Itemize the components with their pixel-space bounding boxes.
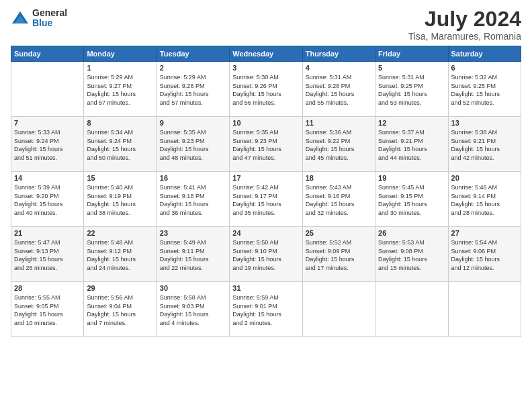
table-row: 23Sunrise: 5:49 AM Sunset: 9:11 PM Dayli… (157, 227, 229, 282)
day-info: Sunrise: 5:34 AM Sunset: 9:24 PM Dayligh… (87, 128, 153, 162)
logo-blue: Blue (32, 17, 52, 28)
day-info: Sunrise: 5:38 AM Sunset: 9:21 PM Dayligh… (451, 128, 518, 162)
table-row: 21Sunrise: 5:47 AM Sunset: 9:13 PM Dayli… (11, 227, 84, 282)
day-number: 22 (87, 229, 153, 237)
day-number: 14 (14, 174, 81, 182)
day-info: Sunrise: 5:37 AM Sunset: 9:21 PM Dayligh… (378, 128, 445, 162)
day-info: Sunrise: 5:35 AM Sunset: 9:23 PM Dayligh… (232, 128, 299, 162)
col-tuesday: Tuesday (157, 46, 229, 62)
day-info: Sunrise: 5:45 AM Sunset: 9:15 PM Dayligh… (378, 183, 445, 217)
table-row: 10Sunrise: 5:35 AM Sunset: 9:23 PM Dayli… (230, 117, 302, 172)
table-row: 17Sunrise: 5:42 AM Sunset: 9:17 PM Dayli… (230, 172, 302, 227)
day-info: Sunrise: 5:39 AM Sunset: 9:20 PM Dayligh… (14, 183, 81, 217)
logo-icon (11, 9, 30, 28)
day-number: 19 (378, 174, 445, 182)
day-info: Sunrise: 5:46 AM Sunset: 9:14 PM Dayligh… (451, 183, 518, 217)
day-number: 28 (14, 284, 81, 292)
day-info: Sunrise: 5:32 AM Sunset: 9:25 PM Dayligh… (451, 73, 518, 107)
col-wednesday: Wednesday (230, 46, 302, 62)
table-row: 29Sunrise: 5:56 AM Sunset: 9:04 PM Dayli… (84, 282, 157, 337)
day-number: 8 (87, 119, 153, 127)
day-number: 12 (378, 119, 445, 127)
day-info: Sunrise: 5:59 AM Sunset: 9:01 PM Dayligh… (232, 293, 299, 327)
day-info: Sunrise: 5:49 AM Sunset: 9:11 PM Dayligh… (160, 238, 226, 272)
logo: General Blue (11, 8, 67, 29)
day-number: 27 (451, 229, 518, 237)
day-number: 2 (160, 64, 226, 72)
table-row: 31Sunrise: 5:59 AM Sunset: 9:01 PM Dayli… (230, 282, 302, 337)
table-row: 6Sunrise: 5:32 AM Sunset: 9:25 PM Daylig… (448, 62, 521, 117)
calendar-week-row: 28Sunrise: 5:55 AM Sunset: 9:05 PM Dayli… (11, 282, 521, 337)
table-row: 11Sunrise: 5:36 AM Sunset: 9:22 PM Dayli… (302, 117, 375, 172)
day-info: Sunrise: 5:58 AM Sunset: 9:03 PM Dayligh… (160, 293, 226, 327)
day-number: 4 (306, 64, 372, 72)
day-info: Sunrise: 5:54 AM Sunset: 9:06 PM Dayligh… (451, 238, 518, 272)
day-info: Sunrise: 5:40 AM Sunset: 9:19 PM Dayligh… (87, 183, 153, 217)
day-info: Sunrise: 5:48 AM Sunset: 9:12 PM Dayligh… (87, 238, 153, 272)
col-thursday: Thursday (302, 46, 375, 62)
day-number: 30 (160, 284, 226, 292)
table-row: 4Sunrise: 5:31 AM Sunset: 9:26 PM Daylig… (302, 62, 375, 117)
day-number: 9 (160, 119, 226, 127)
day-info: Sunrise: 5:53 AM Sunset: 9:08 PM Dayligh… (378, 238, 445, 272)
day-number: 29 (87, 284, 153, 292)
day-number: 26 (378, 229, 445, 237)
day-info: Sunrise: 5:55 AM Sunset: 9:05 PM Dayligh… (14, 293, 81, 327)
day-info: Sunrise: 5:42 AM Sunset: 9:17 PM Dayligh… (232, 183, 299, 217)
calendar-header-row: Sunday Monday Tuesday Wednesday Thursday… (11, 46, 521, 62)
table-row: 15Sunrise: 5:40 AM Sunset: 9:19 PM Dayli… (84, 172, 157, 227)
day-number: 11 (306, 119, 372, 127)
day-info: Sunrise: 5:31 AM Sunset: 9:26 PM Dayligh… (306, 73, 372, 107)
table-row: 2Sunrise: 5:29 AM Sunset: 9:26 PM Daylig… (157, 62, 229, 117)
col-sunday: Sunday (11, 46, 84, 62)
day-number: 10 (232, 119, 299, 127)
day-number: 25 (306, 229, 372, 237)
day-info: Sunrise: 5:30 AM Sunset: 9:26 PM Dayligh… (232, 73, 299, 107)
day-number: 7 (14, 119, 81, 127)
day-info: Sunrise: 5:50 AM Sunset: 9:10 PM Dayligh… (232, 238, 299, 272)
day-number: 15 (87, 174, 153, 182)
table-row: 25Sunrise: 5:52 AM Sunset: 9:09 PM Dayli… (302, 227, 375, 282)
table-row: 28Sunrise: 5:55 AM Sunset: 9:05 PM Dayli… (11, 282, 84, 337)
table-row (375, 282, 448, 337)
page: General Blue July 2024 Tisa, Maramures, … (0, 0, 532, 411)
day-number: 31 (232, 284, 299, 292)
table-row: 14Sunrise: 5:39 AM Sunset: 9:20 PM Dayli… (11, 172, 84, 227)
day-info: Sunrise: 5:41 AM Sunset: 9:18 PM Dayligh… (160, 183, 226, 217)
day-info: Sunrise: 5:56 AM Sunset: 9:04 PM Dayligh… (87, 293, 153, 327)
calendar-week-row: 7Sunrise: 5:33 AM Sunset: 9:24 PM Daylig… (11, 117, 521, 172)
table-row: 3Sunrise: 5:30 AM Sunset: 9:26 PM Daylig… (230, 62, 302, 117)
table-row: 13Sunrise: 5:38 AM Sunset: 9:21 PM Dayli… (448, 117, 521, 172)
table-row: 27Sunrise: 5:54 AM Sunset: 9:06 PM Dayli… (448, 227, 521, 282)
day-info: Sunrise: 5:29 AM Sunset: 9:27 PM Dayligh… (87, 73, 153, 107)
day-number: 20 (451, 174, 518, 182)
table-row: 16Sunrise: 5:41 AM Sunset: 9:18 PM Dayli… (157, 172, 229, 227)
table-row: 20Sunrise: 5:46 AM Sunset: 9:14 PM Dayli… (448, 172, 521, 227)
calendar-table: Sunday Monday Tuesday Wednesday Thursday… (11, 46, 521, 337)
day-number: 16 (160, 174, 226, 182)
day-number: 23 (160, 229, 226, 237)
table-row: 18Sunrise: 5:43 AM Sunset: 9:16 PM Dayli… (302, 172, 375, 227)
day-number: 1 (87, 64, 153, 72)
logo-text: General Blue (32, 8, 67, 29)
header: General Blue July 2024 Tisa, Maramures, … (11, 8, 521, 42)
table-row: 24Sunrise: 5:50 AM Sunset: 9:10 PM Dayli… (230, 227, 302, 282)
day-number: 18 (306, 174, 372, 182)
month-year-title: July 2024 (408, 8, 521, 30)
table-row: 12Sunrise: 5:37 AM Sunset: 9:21 PM Dayli… (375, 117, 448, 172)
table-row: 8Sunrise: 5:34 AM Sunset: 9:24 PM Daylig… (84, 117, 157, 172)
day-number: 6 (451, 64, 518, 72)
table-row: 26Sunrise: 5:53 AM Sunset: 9:08 PM Dayli… (375, 227, 448, 282)
day-info: Sunrise: 5:47 AM Sunset: 9:13 PM Dayligh… (14, 238, 81, 272)
day-info: Sunrise: 5:33 AM Sunset: 9:24 PM Dayligh… (14, 128, 81, 162)
logo-general: General (32, 7, 67, 18)
title-block: July 2024 Tisa, Maramures, Romania (408, 8, 521, 42)
day-number: 24 (232, 229, 299, 237)
col-saturday: Saturday (448, 46, 521, 62)
calendar-week-row: 14Sunrise: 5:39 AM Sunset: 9:20 PM Dayli… (11, 172, 521, 227)
table-row: 30Sunrise: 5:58 AM Sunset: 9:03 PM Dayli… (157, 282, 229, 337)
location-text: Tisa, Maramures, Romania (408, 31, 521, 42)
calendar-week-row: 21Sunrise: 5:47 AM Sunset: 9:13 PM Dayli… (11, 227, 521, 282)
day-info: Sunrise: 5:31 AM Sunset: 9:25 PM Dayligh… (378, 73, 445, 107)
table-row: 7Sunrise: 5:33 AM Sunset: 9:24 PM Daylig… (11, 117, 84, 172)
